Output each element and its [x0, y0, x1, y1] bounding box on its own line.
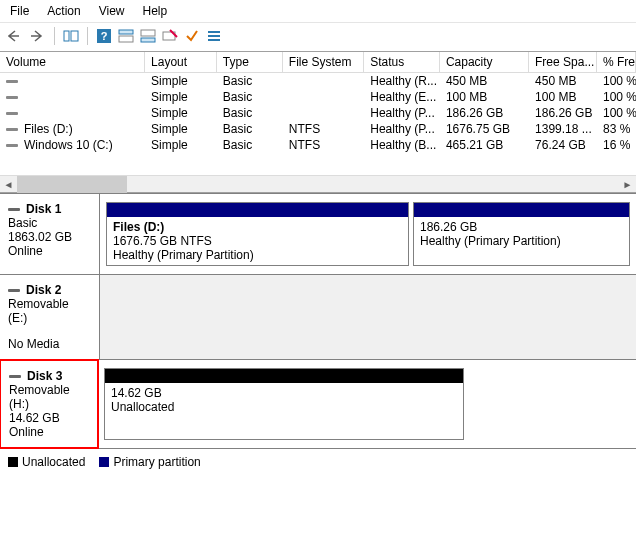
scroll-thumb[interactable] — [17, 176, 127, 193]
cell-capacity: 465.21 GB — [440, 137, 529, 153]
disk-state: Online — [9, 425, 89, 439]
partition-health: Healthy (Primary Partition) — [113, 248, 402, 262]
disk-row: Disk 1 Basic 1863.02 GB Online Files (D:… — [0, 193, 636, 274]
cell-free: 76.24 GB — [529, 137, 597, 153]
horizontal-scrollbar[interactable]: ◄ ► — [0, 175, 636, 192]
partition-detail: 14.62 GB — [111, 386, 457, 400]
cell-fs: NTFS — [283, 137, 364, 153]
cell-type: Basic — [217, 121, 283, 137]
forward-icon[interactable] — [28, 26, 48, 46]
col-capacity[interactable]: Capacity — [440, 52, 529, 73]
col-filesystem[interactable]: File System — [283, 52, 364, 73]
cell-free: 186.26 GB — [529, 105, 597, 121]
disk-icon — [9, 373, 23, 381]
settings-top-icon[interactable] — [116, 26, 136, 46]
toolbar-separator — [87, 27, 88, 45]
col-volume[interactable]: Volume — [0, 52, 145, 73]
disk-icon — [8, 206, 22, 214]
disk-size: 14.62 GB — [9, 411, 89, 425]
disk-title: Disk 1 — [26, 202, 61, 216]
menubar: File Action View Help — [0, 0, 636, 23]
partition-health: Healthy (Primary Partition) — [420, 234, 623, 248]
disk-graphical-pane: Disk 1 Basic 1863.02 GB Online Files (D:… — [0, 193, 636, 448]
volume-icon — [6, 142, 20, 150]
partition-bar — [105, 369, 463, 383]
svg-rect-6 — [141, 30, 155, 36]
table-row[interactable]: Files (D:) Simple Basic NTFS Healthy (P.… — [0, 121, 636, 137]
list-icon[interactable] — [204, 26, 224, 46]
disk-state: No Media — [8, 325, 91, 351]
cell-free: 1399.18 ... — [529, 121, 597, 137]
disk-info[interactable]: Disk 1 Basic 1863.02 GB Online — [0, 194, 100, 274]
disk-type: Basic — [8, 216, 91, 230]
cell-layout: Simple — [145, 89, 217, 105]
check-icon[interactable] — [182, 26, 202, 46]
col-freespace[interactable]: Free Spa... — [529, 52, 597, 73]
cell-fs: NTFS — [283, 121, 364, 137]
scroll-right-icon[interactable]: ► — [619, 176, 636, 193]
cell-layout: Simple — [145, 105, 217, 121]
cell-type: Basic — [217, 137, 283, 153]
show-hide-icon[interactable] — [61, 26, 81, 46]
cell-capacity: 100 MB — [440, 89, 529, 105]
back-icon[interactable] — [6, 26, 26, 46]
disk-title: Disk 3 — [27, 369, 62, 383]
legend-unallocated: Unallocated — [8, 455, 85, 469]
toolbar-separator — [54, 27, 55, 45]
volume-icon — [6, 126, 20, 134]
disk-info[interactable]: Disk 2 Removable (E:) No Media — [0, 275, 100, 359]
cell-fs — [283, 73, 364, 89]
cell-status: Healthy (P... — [364, 121, 440, 137]
cell-type: Basic — [217, 73, 283, 89]
disk-info[interactable]: Disk 3 Removable (H:) 14.62 GB Online — [0, 359, 99, 449]
svg-rect-0 — [64, 31, 69, 41]
disk-title: Disk 2 — [26, 283, 61, 297]
cell-pct: 100 % — [597, 105, 636, 121]
col-type[interactable]: Type — [217, 52, 283, 73]
swatch-primary — [99, 457, 109, 467]
col-status[interactable]: Status — [364, 52, 440, 73]
help-icon[interactable]: ? — [94, 26, 114, 46]
settings-bottom-icon[interactable] — [138, 26, 158, 46]
cell-pct: 100 % — [597, 73, 636, 89]
partition-detail: 186.26 GB — [420, 220, 623, 234]
volume-rows: Simple Basic Healthy (R... 450 MB 450 MB… — [0, 73, 636, 175]
cell-status: Healthy (E... — [364, 89, 440, 105]
cell-layout: Simple — [145, 137, 217, 153]
table-row[interactable]: Simple Basic Healthy (E... 100 MB 100 MB… — [0, 89, 636, 105]
partition-block[interactable]: 186.26 GB Healthy (Primary Partition) — [413, 202, 630, 266]
col-layout[interactable]: Layout — [145, 52, 217, 73]
cell-capacity: 1676.75 GB — [440, 121, 529, 137]
cell-type: Basic — [217, 89, 283, 105]
volume-icon — [6, 78, 20, 86]
disk-size: 1863.02 GB — [8, 230, 91, 244]
table-row[interactable]: Simple Basic Healthy (R... 450 MB 450 MB… — [0, 73, 636, 89]
disk-row: Disk 2 Removable (E:) No Media — [0, 274, 636, 359]
partition-name: Files (D:) — [113, 220, 402, 234]
scroll-left-icon[interactable]: ◄ — [0, 176, 17, 193]
svg-rect-9 — [208, 31, 220, 33]
menu-action[interactable]: Action — [47, 4, 80, 18]
swatch-unallocated — [8, 457, 18, 467]
partition-detail: 1676.75 GB NTFS — [113, 234, 402, 248]
partition-block[interactable]: Files (D:) 1676.75 GB NTFS Healthy (Prim… — [106, 202, 409, 266]
cell-fs — [283, 89, 364, 105]
menu-view[interactable]: View — [99, 4, 125, 18]
menu-file[interactable]: File — [10, 4, 29, 18]
disk-icon — [8, 287, 22, 295]
cell-type: Basic — [217, 105, 283, 121]
table-row[interactable]: Simple Basic Healthy (P... 186.26 GB 186… — [0, 105, 636, 121]
partition-health: Unallocated — [111, 400, 457, 414]
cell-fs — [283, 105, 364, 121]
partition-bar — [107, 203, 408, 217]
partition-block[interactable]: 14.62 GB Unallocated — [104, 368, 464, 440]
svg-rect-11 — [208, 39, 220, 41]
cell-capacity: 186.26 GB — [440, 105, 529, 121]
menu-help[interactable]: Help — [143, 4, 168, 18]
table-row[interactable]: Windows 10 (C:) Simple Basic NTFS Health… — [0, 137, 636, 153]
cell-layout: Simple — [145, 121, 217, 137]
toolbar: ? — [0, 23, 636, 52]
action-icon[interactable] — [160, 26, 180, 46]
svg-rect-5 — [119, 36, 133, 42]
col-pctfree[interactable]: % Fre — [597, 52, 636, 73]
